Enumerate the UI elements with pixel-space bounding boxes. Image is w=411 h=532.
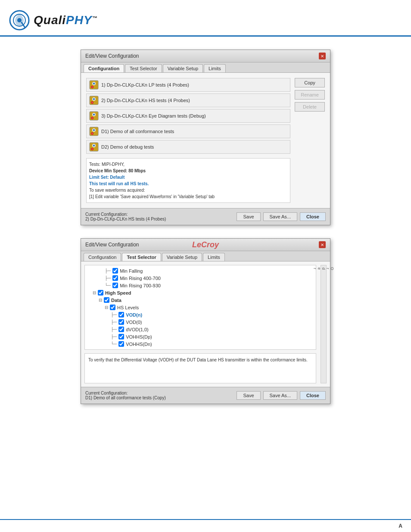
config-item-icon-5: [89, 142, 99, 152]
tab-test-selector-2[interactable]: Test Selector: [122, 253, 161, 261]
close-button-2[interactable]: Close: [300, 391, 326, 400]
tree-item-min-rising-400: ├─ Min Rising 400-700: [105, 274, 314, 282]
dialog-title-1: Edit/View Configuration: [85, 53, 139, 59]
page-label: A: [399, 523, 402, 529]
config-item-text-5: D2) Demo of debug tests: [101, 144, 154, 149]
dialog-title-2: Edit/View Configuration: [85, 242, 139, 248]
tree-label-data: Data: [111, 298, 121, 303]
dialog-titlebar-2: Edit/View Configuration LeCroy ✕: [81, 239, 330, 251]
checkbox-min-rising-400[interactable]: [112, 275, 118, 281]
tree-item-hs-levels: ⊟ HS Levels: [105, 304, 314, 311]
config-item-icon-3: [89, 111, 99, 121]
tab-configuration-1[interactable]: Configuration: [84, 64, 124, 72]
config-item-5[interactable]: D2) Demo of debug tests: [86, 140, 290, 154]
tree-label-vod0: VOD(0): [126, 320, 142, 325]
config-item-text-4: D1) Demo of all conformance tests: [101, 129, 174, 134]
logo-container: QualiPHY™: [9, 9, 98, 31]
info-line2: Device Min Speed: 80 Mbps: [89, 168, 146, 173]
tree-label-min-rising-700: Min Rising 700-930: [120, 283, 161, 288]
dialog-footer-2: Current Configuration: D1) Demo of all c…: [81, 387, 330, 404]
checkbox-vod0[interactable]: [118, 319, 124, 325]
info-line3: Limit Set: Default: [89, 175, 125, 180]
checkbox-dvod[interactable]: [118, 327, 124, 332]
test-tree: ├─ Min Falling ├─ Min Rising 400-700 └─ …: [84, 265, 316, 350]
dialog-edit-view-config-2: Edit/View Configuration LeCroy ✕ Configu…: [81, 238, 330, 404]
config-item-1[interactable]: 1) Dp-Dn-CLKp-CLKn LP tests (4 Probes): [86, 78, 290, 92]
config-item-2[interactable]: 2) Dp-Dn-CLKp-CLKn HS tests (4 Probes): [86, 93, 290, 107]
tree-label-min-falling: Min Falling: [120, 268, 143, 274]
dialog-titlebar-1: Edit/View Configuration ✕: [81, 50, 330, 62]
copy-button-1[interactable]: Copy: [295, 78, 325, 87]
brand-name: QualiPHY™: [34, 14, 98, 26]
tree-label-high-speed: High Speed: [105, 290, 131, 296]
footer-config-label-2: Current Configuration: D1) Demo of all c…: [85, 391, 237, 400]
lecroy-watermark: LeCroy: [192, 240, 219, 249]
config-info-box: Tests: MIPI-DPHY, Device Min Speed: 80 M…: [86, 158, 290, 203]
info-line6: [1] Edit variable 'Save acquired Wavefor…: [89, 194, 215, 199]
delete-button-1[interactable]: Delete: [295, 102, 325, 112]
info-line4: This test will run all HS tests.: [89, 181, 149, 186]
tab-limits-1[interactable]: Limits: [204, 64, 226, 72]
save-button-2[interactable]: Save: [237, 391, 260, 400]
tree-item-min-rising-700: └─ Min Rising 700-930: [105, 282, 314, 289]
page-header: QualiPHY™: [0, 0, 411, 37]
checkbox-vodn[interactable]: [118, 312, 124, 317]
svg-point-22: [92, 133, 93, 134]
tab-configuration-2[interactable]: Configuration: [84, 253, 121, 261]
config-item-icon-2: [89, 96, 99, 105]
info-line5: To save waveforms acquired:: [89, 188, 145, 193]
info-line1: Tests: MIPI-DPHY,: [89, 162, 125, 167]
svg-point-5: [93, 83, 95, 84]
qualiphy-logo-icon: [9, 9, 30, 31]
tab-test-selector-1[interactable]: Test Selector: [125, 64, 162, 72]
tree-item-vohhs-dn: └─ VOHHS(Dn): [111, 340, 314, 348]
test-description-box: To verify that the Differential Voltage …: [84, 353, 316, 383]
dialog-tabs-1: Configuration Test Selector Variable Set…: [81, 62, 330, 73]
scroll-labels: Order: [313, 265, 334, 272]
config-item-icon-1: [89, 80, 99, 90]
config-item-3[interactable]: 3) Dp-Dn-CLKp-CLKn Eye Diagram tests (De…: [86, 109, 290, 123]
close-button-1[interactable]: Close: [300, 212, 326, 221]
checkbox-vohhs-dp[interactable]: [118, 334, 124, 339]
tree-label-min-rising-400: Min Rising 400-700: [120, 276, 161, 281]
svg-point-25: [93, 145, 95, 146]
checkbox-data[interactable]: [104, 297, 109, 303]
tree-item-vohhs-dp: ├─ VOHHS(Dp): [111, 333, 314, 340]
tree-label-vohhs-dn: VOHHS(Dn): [126, 342, 152, 347]
footer-buttons-1: Save Save As... Close: [237, 212, 326, 221]
checkbox-min-rising-700[interactable]: [112, 283, 118, 288]
checkbox-hs-levels[interactable]: [110, 305, 115, 310]
svg-point-2: [17, 18, 22, 22]
footer-config-label-1: Current Configuration: 2) Dp-Dn-CLKp-CLK…: [85, 212, 237, 221]
tree-label-hs-levels: HS Levels: [117, 305, 139, 310]
tab-variable-setup-2[interactable]: Variable Setup: [162, 253, 202, 261]
tree-label-vohhs-dp: VOHHS(Dp): [126, 334, 152, 339]
tab-limits-2[interactable]: Limits: [203, 253, 225, 261]
tree-label-dvod: dVOD(1,0): [126, 327, 149, 332]
rename-button-1[interactable]: Rename: [295, 90, 325, 100]
tree-item-high-speed: ⊟ High Speed: [93, 289, 314, 296]
checkbox-min-falling[interactable]: [112, 268, 118, 274]
tree-item-min-falling: ├─ Min Falling: [105, 267, 314, 274]
tree-item-data: ⊟ Data: [99, 296, 314, 304]
dialog-body-1: 1) Dp-Dn-CLKp-CLKn LP tests (4 Probes) 2…: [81, 73, 330, 208]
dialog-close-button-1[interactable]: ✕: [319, 53, 326, 59]
tab-variable-setup-1[interactable]: Variable Setup: [163, 64, 203, 72]
config-item-text-1: 1) Dp-Dn-CLKp-CLKn LP tests (4 Probes): [101, 82, 189, 87]
tree-item-vodn: ├─ VOD(n): [111, 311, 314, 318]
svg-point-10: [93, 98, 95, 100]
dialog-close-button-2[interactable]: ✕: [319, 241, 326, 248]
checkbox-vohhs-dn[interactable]: [118, 341, 124, 347]
save-button-1[interactable]: Save: [237, 212, 260, 221]
save-as-button-2[interactable]: Save As...: [263, 391, 298, 400]
dialog-tabs-2: Configuration Test Selector Variable Set…: [81, 251, 330, 261]
tree-label-vodn: VOD(n): [126, 312, 142, 317]
config-list-area: 1) Dp-Dn-CLKp-CLKn LP tests (4 Probes) 2…: [86, 78, 290, 203]
svg-point-12: [92, 102, 93, 103]
right-scrollbar[interactable]: Order: [321, 265, 327, 383]
config-item-4[interactable]: D1) Demo of all conformance tests: [86, 124, 290, 138]
checkbox-high-speed[interactable]: [98, 290, 103, 296]
config-item-text-3: 3) Dp-Dn-CLKp-CLKn Eye Diagram tests (De…: [101, 113, 206, 118]
config-item-text-2: 2) Dp-Dn-CLKp-CLKn HS tests (4 Probes): [101, 98, 190, 103]
save-as-button-1[interactable]: Save As...: [263, 212, 298, 221]
